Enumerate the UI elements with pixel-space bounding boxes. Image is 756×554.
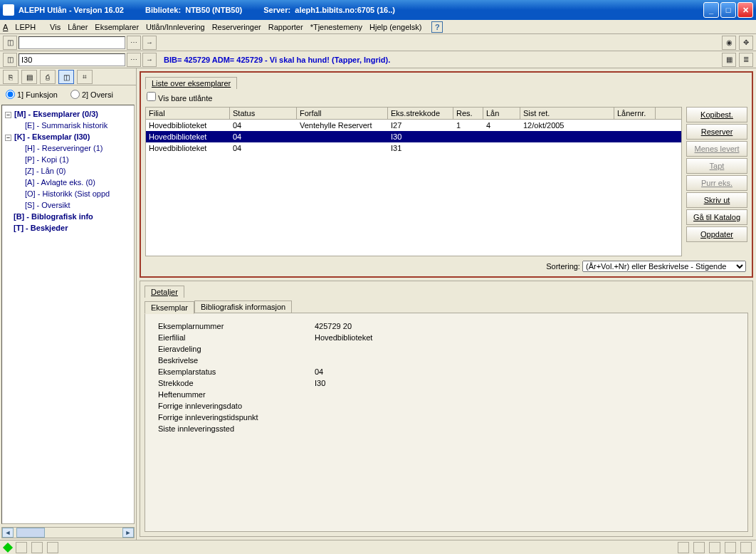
status-icon-r4[interactable] <box>725 542 736 553</box>
tree-p[interactable]: [P] - Kopi (1) <box>25 154 131 165</box>
toolbar-input-2[interactable] <box>19 53 125 66</box>
toolbar-icon-2[interactable]: ◫ <box>3 53 17 67</box>
fld-besk-k: Beskrivelse <box>158 355 315 366</box>
tree-a[interactable]: [A] - Avlagte eks. (0) <box>25 177 131 188</box>
cell-status: 04 <box>230 131 297 142</box>
toolbar-icon-r2[interactable]: ✥ <box>739 36 753 50</box>
left-tab-5[interactable]: ⌗ <box>77 70 93 84</box>
tree-z[interactable]: [Z] - Lån (0) <box>25 165 131 177</box>
tree-o[interactable]: [O] - Historikk (Sist oppd <box>25 188 131 199</box>
fld-avd-k: Eieravdeling <box>158 343 315 355</box>
menu-utlan[interactable]: Utlån/Innlevering <box>146 23 205 31</box>
item-grid[interactable]: Filial Status Forfall Eks.strekkode Res.… <box>145 107 682 256</box>
radio-funksjon[interactable]: 1] Funksjon <box>6 90 58 99</box>
table-row[interactable]: Hovedbiblioteket04Ventehylle ReservertI2… <box>146 120 681 131</box>
left-tab-2[interactable]: ▤ <box>21 70 37 84</box>
menu-laner[interactable]: Låner <box>68 23 88 31</box>
scroll-right-icon[interactable]: ► <box>122 528 134 538</box>
tree-k[interactable]: –[K] - Eksemplar (I30) <box>5 131 131 142</box>
upper-tab[interactable]: Liste over eksemplarer <box>145 77 237 89</box>
menu-reserveringer[interactable]: Reserveringer <box>212 23 261 31</box>
nav-tree[interactable]: –[M] - Eksemplarer (0/3) [E] - Summarisk… <box>1 105 135 524</box>
subtab-bibliografisk[interactable]: Bibliografisk informasjon <box>194 300 292 313</box>
status-icon-r1[interactable] <box>678 542 689 553</box>
tree-s[interactable]: [S] - Oversikt <box>25 199 131 211</box>
col-filial[interactable]: Filial <box>146 108 230 119</box>
tree-h[interactable]: [H] - Reserveringer (1) <box>25 142 131 154</box>
toolbar-ellipsis-1[interactable]: ⋯ <box>127 36 141 50</box>
btn-skriv-ut[interactable]: Skriv ut <box>686 192 747 208</box>
btn-tapt[interactable]: Tapt <box>686 158 747 174</box>
scroll-left-icon[interactable]: ◄ <box>2 528 14 538</box>
toolbar-go-1[interactable]: → <box>142 36 157 50</box>
radio-oversikt[interactable]: 2] Oversi <box>70 90 113 99</box>
tree-b[interactable]: [B] - Biblografisk info <box>14 211 131 222</box>
col-res[interactable]: Res. <box>453 108 483 119</box>
lower-tab[interactable]: Detaljer <box>145 286 184 298</box>
sort-select[interactable]: (År+Vol.+Nr) eller Beskrivelse - Stigend… <box>582 261 746 272</box>
btn-purr-eks[interactable]: Purr eks. <box>686 175 747 191</box>
lower-panel: Detaljer Eksemplar Bibliografisk informa… <box>140 281 753 537</box>
fld-eksnr-k: Eksemplarnummer <box>158 320 315 332</box>
cell-filial: Hovedbiblioteket <box>146 131 230 142</box>
status-icon-r3[interactable] <box>709 542 720 553</box>
help-icon[interactable]: ? <box>431 21 443 33</box>
cell-sist <box>520 131 614 142</box>
close-button[interactable]: ✕ <box>737 2 753 18</box>
toolbar-icon-r1[interactable]: ◉ <box>722 36 736 50</box>
table-row[interactable]: Hovedbiblioteket04I30 <box>146 131 681 142</box>
toolbar-icon-r4[interactable]: ≣ <box>739 53 753 67</box>
left-pane: ⎘ ▤ ⎙ ◫ ⌗ 1] Funksjon 2] Oversi –[M] - E… <box>0 68 137 540</box>
menu-rapporter[interactable]: Rapporter <box>268 23 303 31</box>
cell-laner <box>614 131 656 142</box>
cell-forfall <box>297 131 388 142</box>
scroll-thumb[interactable] <box>16 528 45 538</box>
left-tab-1[interactable]: ⎘ <box>3 70 19 84</box>
cell-laner <box>614 142 656 154</box>
toolbar-row-1: ◫ ⋯ → ◉ ✥ <box>0 34 756 51</box>
toolbar-icon-1[interactable]: ◫ <box>3 36 17 50</box>
cell-res <box>453 142 483 154</box>
btn-oppdater[interactable]: Oppdater <box>686 226 747 242</box>
toolbar-ellipsis-2[interactable]: ⋯ <box>127 53 141 67</box>
toolbar-input-1[interactable] <box>19 36 125 49</box>
toolbar-icon-r3[interactable]: ▦ <box>722 53 736 67</box>
left-hscroll[interactable]: ◄ ► <box>1 527 135 538</box>
left-tab-4[interactable]: ◫ <box>58 70 74 84</box>
col-status[interactable]: Status <box>230 108 297 119</box>
menu-tjenestemeny[interactable]: *Tjenestemeny <box>310 23 362 31</box>
left-radio-row: 1] Funksjon 2] Oversi <box>0 85 136 103</box>
fld-stat-k: Eksemplarstatus <box>158 366 315 377</box>
col-strek[interactable]: Eks.strekkode <box>388 108 453 119</box>
tree-t[interactable]: [T] - Beskjeder <box>14 222 131 234</box>
col-sist[interactable]: Sist ret. <box>520 108 614 119</box>
status-icon-2[interactable] <box>31 542 43 553</box>
cell-filial: Hovedbiblioteket <box>146 120 230 131</box>
cell-strek: I30 <box>388 131 453 142</box>
tree-e[interactable]: [E] - Summarisk historik <box>25 120 131 131</box>
menu-aleph[interactable]: ALEPH <box>3 23 43 31</box>
table-row[interactable]: Hovedbiblioteket04I31 <box>146 142 681 154</box>
btn-kopibest[interactable]: Kopibest. <box>686 107 747 122</box>
maximize-button[interactable]: □ <box>720 2 736 18</box>
col-laner[interactable]: Lånernr. <box>614 108 656 119</box>
status-icon-3[interactable] <box>47 542 58 553</box>
col-lan[interactable]: Lån <box>483 108 520 119</box>
btn-menes-levert[interactable]: Menes levert <box>686 141 747 157</box>
menu-eksemplarer[interactable]: Eksemplarer <box>95 23 139 31</box>
status-icon-r2[interactable] <box>693 542 705 553</box>
minimize-button[interactable]: _ <box>703 2 719 18</box>
col-forfall[interactable]: Forfall <box>297 108 388 119</box>
menu-hjelp[interactable]: Hjelp (engelsk) <box>369 23 421 31</box>
status-icon-1[interactable] <box>16 542 27 553</box>
subtab-eksemplar[interactable]: Eksemplar <box>145 301 194 314</box>
left-tab-3[interactable]: ⎙ <box>40 70 56 84</box>
fld-eier-v: Hovedbiblioteket <box>315 332 372 343</box>
tree-m[interactable]: –[M] - Eksemplarer (0/3) <box>5 108 131 120</box>
chk-vis-bare[interactable]: Vis bare utlånte <box>147 94 212 103</box>
status-icon-r5[interactable] <box>740 542 752 553</box>
btn-reserver[interactable]: Reserver <box>686 124 747 140</box>
btn-ga-til-katalog[interactable]: Gå til Katalog <box>686 209 747 225</box>
menu-vis[interactable]: Vis <box>50 23 61 31</box>
toolbar-go-2[interactable]: → <box>142 53 157 67</box>
